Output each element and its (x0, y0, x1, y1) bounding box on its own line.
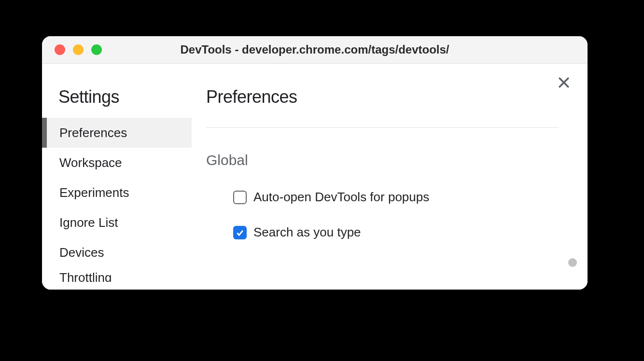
sidebar-item-ignore-list[interactable]: Ignore List (42, 208, 192, 237)
window-title: DevTools - developer.chrome.com/tags/dev… (42, 43, 588, 56)
main-content: Preferences Global Auto-open DevTools fo… (192, 64, 588, 290)
sidebar-item-label: Devices (59, 245, 104, 260)
sidebar-item-label: Experiments (59, 185, 129, 200)
page-title: Preferences (206, 87, 578, 107)
sidebar-item-label: Ignore List (59, 215, 118, 230)
checkbox-unchecked-icon[interactable] (233, 191, 247, 204)
minimize-window-button[interactable] (73, 44, 84, 55)
titlebar: DevTools - developer.chrome.com/tags/dev… (42, 36, 588, 64)
zoom-window-button[interactable] (91, 44, 102, 55)
sidebar-item-experiments[interactable]: Experiments (42, 178, 192, 208)
sidebar-item-workspace[interactable]: Workspace (42, 148, 192, 178)
section-heading-global: Global (206, 152, 578, 168)
sidebar-item-devices[interactable]: Devices (42, 237, 192, 267)
option-label: Auto-open DevTools for popups (253, 190, 429, 205)
checkbox-checked-icon[interactable] (233, 226, 247, 239)
close-settings-button[interactable] (557, 75, 571, 90)
sidebar: Settings Preferences Workspace Experimen… (42, 64, 192, 290)
sidebar-item-label: Workspace (59, 155, 122, 170)
traffic-lights (55, 44, 102, 55)
sidebar-title: Settings (42, 87, 192, 118)
sidebar-item-throttling[interactable]: Throttling (42, 267, 192, 282)
scrollbar-thumb[interactable] (568, 258, 577, 267)
sidebar-item-label: Throttling (59, 270, 112, 282)
close-icon (557, 75, 571, 90)
option-auto-open-devtools[interactable]: Auto-open DevTools for popups (206, 190, 578, 205)
sidebar-item-label: Preferences (59, 125, 127, 140)
close-window-button[interactable] (55, 44, 65, 55)
divider (206, 127, 559, 128)
sidebar-item-preferences[interactable]: Preferences (42, 118, 192, 148)
option-search-as-you-type[interactable]: Search as you type (206, 225, 578, 240)
devtools-window: DevTools - developer.chrome.com/tags/dev… (42, 36, 588, 290)
option-label: Search as you type (253, 225, 361, 240)
settings-panel: Settings Preferences Workspace Experimen… (42, 64, 588, 290)
